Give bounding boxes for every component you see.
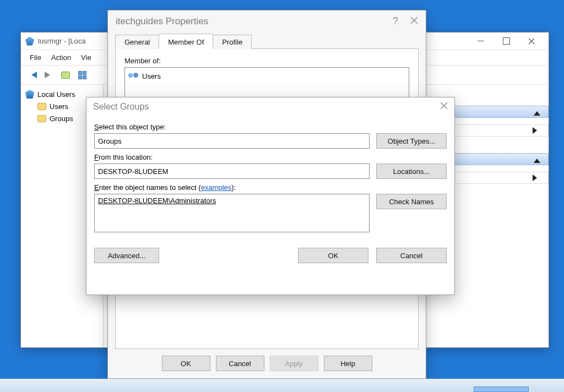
nav-forward-button[interactable] — [42, 68, 56, 82]
member-of-label: Member of: — [124, 57, 409, 65]
help-icon[interactable]: ? — [393, 15, 398, 27]
tree-groups-label: Groups — [50, 115, 73, 123]
select-groups-titlebar[interactable]: Select Groups — [86, 97, 454, 116]
object-names-input[interactable]: DESKTOP-8LUDEEM\Administrators — [94, 194, 370, 232]
tab-member-of[interactable]: Member Of — [159, 34, 213, 49]
location-field: DESKTOP-8LUDEEM — [94, 164, 370, 179]
minimize-button[interactable] — [468, 33, 494, 50]
ok-button[interactable]: OK — [162, 356, 210, 371]
select-groups-dialog: Select Groups Select this object type: G… — [86, 97, 455, 295]
object-type-label: Select this object type: — [94, 123, 447, 131]
list-item[interactable]: Users — [128, 70, 405, 82]
object-type-value: Groups — [98, 137, 122, 145]
menu-file[interactable]: File — [26, 52, 45, 63]
taskbar-active-app[interactable] — [474, 386, 529, 392]
ok-button[interactable]: OK — [298, 248, 368, 263]
location-value: DESKTOP-8LUDEEM — [98, 167, 169, 176]
tab-profile[interactable]: Profile — [213, 35, 252, 49]
tab-general[interactable]: General — [115, 35, 159, 49]
apply-button: Apply — [270, 356, 318, 371]
locations-button[interactable]: Locations... — [376, 164, 447, 179]
view-grid-button[interactable] — [75, 68, 89, 82]
lusrmgr-title: lusrmgr - [Loca — [38, 37, 86, 45]
object-names-value: DESKTOP-8LUDEEM\Administrators — [98, 197, 216, 205]
help-button[interactable]: Help — [324, 356, 372, 371]
object-names-label: Enter the object names to select (exampl… — [94, 183, 447, 192]
lusrmgr-app-icon — [25, 37, 34, 46]
advanced-button[interactable]: Advanced... — [94, 248, 159, 263]
cancel-button[interactable]: Cancel — [376, 248, 447, 263]
cancel-button[interactable]: Cancel — [216, 356, 264, 371]
menu-view[interactable]: Vie — [78, 52, 95, 63]
close-button[interactable] — [519, 33, 544, 50]
list-item-label: Users — [142, 72, 161, 80]
object-type-field: Groups — [94, 133, 370, 149]
object-types-button[interactable]: Object Types... — [376, 133, 447, 149]
close-icon[interactable] — [410, 16, 418, 27]
location-label: From this location: — [94, 153, 447, 161]
up-folder-button[interactable] — [58, 68, 73, 82]
shield-icon — [25, 90, 34, 99]
select-groups-title: Select Groups — [93, 102, 149, 112]
close-icon[interactable] — [440, 102, 448, 111]
folder-icon — [37, 115, 46, 122]
properties-title: itechguides Properties — [116, 16, 208, 27]
properties-button-bar: OK Cancel Apply Help — [108, 349, 426, 371]
group-icon — [128, 72, 138, 80]
examples-link[interactable]: examples — [201, 183, 232, 192]
menu-action[interactable]: Action — [48, 52, 74, 63]
tree-users-label: Users — [50, 102, 68, 111]
nav-back-button[interactable] — [25, 68, 40, 82]
properties-titlebar[interactable]: itechguides Properties ? — [108, 10, 426, 32]
folder-icon — [37, 103, 46, 110]
maximize-button[interactable] — [494, 33, 519, 50]
check-names-button[interactable]: Check Names — [376, 194, 447, 209]
tree-root-label: Local Users — [37, 90, 75, 99]
properties-tabstrip: General Member Of Profile — [108, 32, 426, 48]
